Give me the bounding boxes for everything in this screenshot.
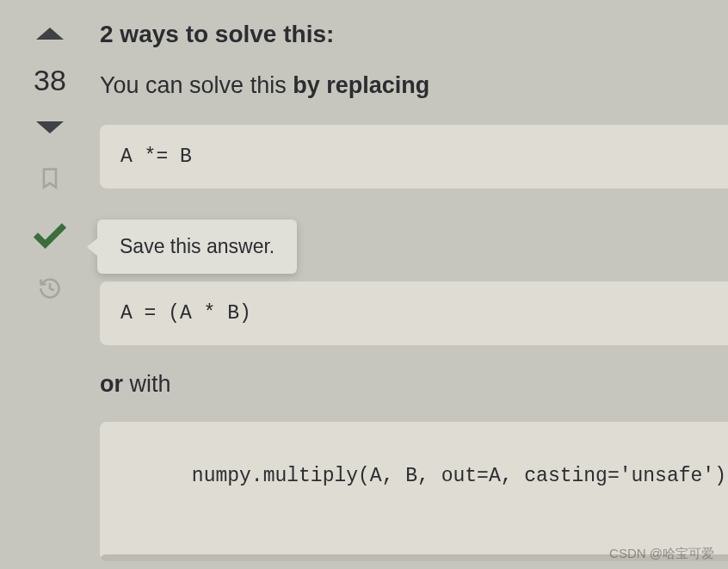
bookmark-tooltip: Save this answer. [97, 220, 297, 274]
downvote-icon[interactable] [36, 121, 64, 133]
or-bold: or [100, 371, 123, 397]
intro-prefix: You can solve this [100, 72, 293, 98]
or-rest: with [123, 371, 171, 397]
intro-line: You can solve this by replacing [100, 72, 728, 99]
code-block-2: A = (A * B) [100, 281, 728, 345]
accepted-check-icon [31, 214, 69, 252]
code-block-3: numpy.multiply(A, B, out=A, casting='uns… [100, 422, 728, 561]
code-block-1: A *= B [100, 125, 728, 189]
bookmark-icon[interactable] [38, 166, 62, 190]
intro-bold: by replacing [293, 72, 429, 98]
tooltip-text: Save this answer. [120, 235, 275, 257]
answer-heading: 2 ways to solve this: [100, 21, 728, 48]
answer-content: 2 ways to solve this: You can solve this… [76, 21, 728, 561]
vote-count: 38 [34, 64, 66, 97]
vote-column: 38 [24, 21, 76, 561]
or-line: or with [100, 371, 728, 398]
history-icon[interactable] [38, 276, 62, 300]
upvote-icon[interactable] [36, 28, 64, 40]
watermark: CSDN @哈宝可爱 [609, 546, 714, 562]
code-text-3: numpy.multiply(A, B, out=A, casting='uns… [192, 465, 726, 487]
